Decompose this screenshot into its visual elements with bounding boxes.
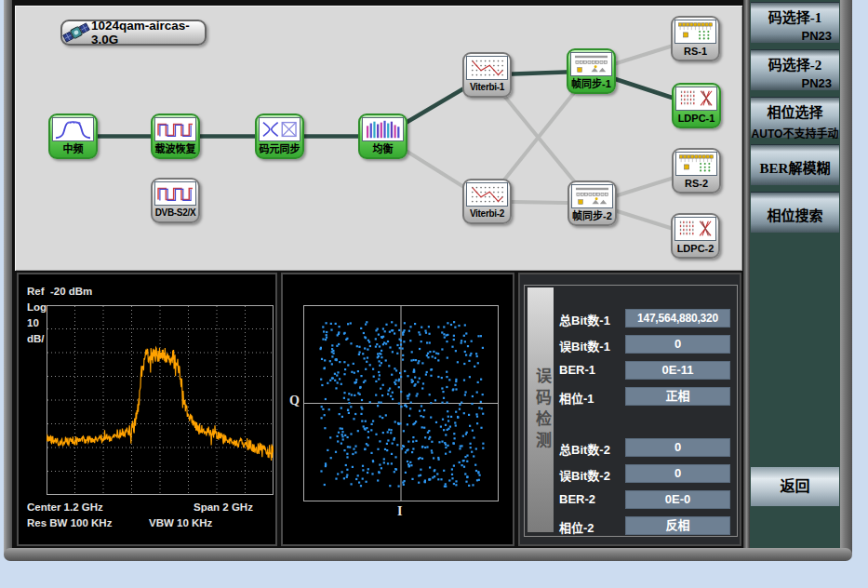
rs-icon [674,20,716,44]
flow-panel: 中频载波恢复码元同步均衡DVB-S2/XViterbi-1Viterbi-2帧同… [15,6,742,271]
node-rs2[interactable]: RS-2 [672,148,721,194]
constellation-q-label: Q [289,394,300,408]
node-symbol[interactable]: 码元同步 [255,114,304,159]
spectrum-plot [47,305,274,495]
stat-label-7: BER-2 [559,492,595,506]
spectrum-span-label: Span 2 GHz [194,501,253,513]
stat-label-5: 总Bit数-2 [559,440,610,458]
sidebar-button-sublabel: PN23 [751,74,839,90]
node-label: Viterbi-1 [464,80,510,95]
stat-value-4: 正相 [625,387,730,406]
code-select-2-button[interactable]: 码选择-2PN23 [751,49,839,90]
framesync-icon [570,52,612,76]
constellation-panel: Q I [281,273,514,546]
satellite-icon [62,20,90,45]
ldpc-icon [674,217,716,241]
node-label: RS-2 [674,176,719,191]
node-viterbi1[interactable]: Viterbi-1 [462,52,512,98]
constellation-plot [303,305,499,501]
sidebar-divider [743,0,750,548]
node-frame2[interactable]: 帧同步-2 [568,180,617,226]
sidebar-button-sublabel: PN23 [751,26,839,43]
code-select-1-button[interactable]: 码选择-1PN23 [751,2,839,43]
framesync-icon [571,184,613,208]
sidebar-button-label: 相位选择 [751,98,839,121]
ber-deambiguity-button[interactable]: BER解模糊 [751,144,839,185]
trellis-icon [466,182,508,207]
stat-value-8: 反相 [625,516,730,535]
stat-value-7: 0E-0 [625,490,730,509]
window-frame-left [4,0,12,557]
stat-label-8: 相位-2 [559,518,594,536]
spectrum-scale-label: 10 [27,317,39,328]
node-viterbi2[interactable]: Viterbi-2 [462,179,512,224]
spectrum-trace [47,348,274,461]
window-frame-bottom [4,548,852,561]
node-carrier[interactable]: 载波恢复 [151,114,200,159]
constellation-i-label: I [397,504,402,519]
ber-stats-title: 误码检测 [527,287,554,532]
node-label: Viterbi-2 [464,207,510,221]
eye-icon [259,117,300,141]
stat-value-6: 0 [625,464,730,483]
stat-label-4: 相位-1 [559,389,594,407]
signal-title: 1024qam-aircas-3.0G [91,19,205,47]
node-ldpc1[interactable]: LDPC-1 [672,83,721,128]
phase-select-button[interactable]: 相位选择AUTO不支持手动 [751,97,839,138]
trellis-icon [466,56,508,80]
signal-title-button[interactable]: 1024qam-aircas-3.0G [60,20,207,46]
spectrum-rbw-label: Res BW 100 KHz [27,517,112,528]
node-label: 码元同步 [257,141,302,156]
stat-value-2: 0 [625,335,730,354]
node-label: DVB-S2/X [153,206,198,220]
node-label: RS-1 [673,44,718,59]
node-label: LDPC-2 [673,241,718,256]
sidebar-button-sublabel: AUTO不支持手动 [751,121,839,140]
node-if[interactable]: 中频 [48,114,98,159]
ldpc-icon [675,87,717,111]
stat-label-6: 误Bit数-2 [559,466,610,484]
spectrum-ref-label: Ref -20 dBm [27,286,92,297]
window-frame-right [840,0,852,558]
stat-label-1: 总Bit数-1 [559,311,610,328]
node-label: 中频 [50,141,96,156]
rs-icon [675,152,717,176]
app-window: 中频载波恢复码元同步均衡DVB-S2/XViterbi-1Viterbi-2帧同… [0,0,868,588]
stat-label-3: BER-1 [559,363,595,377]
spectrum-center-label: Center 1.2 GHz [27,501,103,513]
sidebar-button-label: 码选择-1 [751,3,839,26]
node-dvb[interactable]: DVB-S2/X [151,178,200,223]
sidebar-button-label: 码选择-2 [751,50,839,74]
node-rs1[interactable]: RS-1 [671,16,720,61]
sidebar-button-label: 相位搜索 [751,193,839,224]
constellation-dots [320,321,485,488]
spectrum-panel: Ref -20 dBm Log 10 dB/ Center 1.2 GHz Sp… [17,273,277,546]
node-label: 帧同步-2 [569,208,615,223]
stat-label-2: 误Bit数-1 [559,337,610,354]
node-frame1[interactable]: 帧同步-1 [567,48,616,94]
bandpass-icon [52,117,94,141]
stat-value-1: 147,564,880,320 [625,309,730,327]
node-label: 均衡 [360,141,406,156]
node-eq[interactable]: 均衡 [358,114,407,159]
ber-stats-inner: 误码检测 总Bit数-1147,564,880,320误Bit数-10BER-1… [524,285,738,537]
node-label: LDPC-1 [674,111,719,126]
bars-icon [362,117,404,141]
spectrum-log-label: Log [27,301,47,313]
node-label: 载波恢复 [153,141,198,156]
stat-value-3: 0E-11 [625,361,730,380]
node-label: 帧同步-1 [568,76,614,91]
stat-value-5: 0 [625,438,730,457]
squarewave-icon [154,117,196,141]
sidebar: 码选择-1PN23码选择-2PN23相位选择AUTO不支持手动BER解模糊相位搜… [750,0,840,548]
ber-stats-panel: 误码检测 总Bit数-1147,564,880,320误Bit数-10BER-1… [518,273,741,546]
node-ldpc2[interactable]: LDPC-2 [671,213,720,259]
phase-search-button[interactable]: 相位搜索 [751,192,839,233]
squarewave-icon [154,181,196,206]
spectrum-vbw-label: VBW 10 KHz [149,517,212,528]
sidebar-button-label: BER解模糊 [751,145,839,177]
back-button[interactable]: 返回 [751,467,839,506]
spectrum-unit-label: dB/ [27,333,45,344]
